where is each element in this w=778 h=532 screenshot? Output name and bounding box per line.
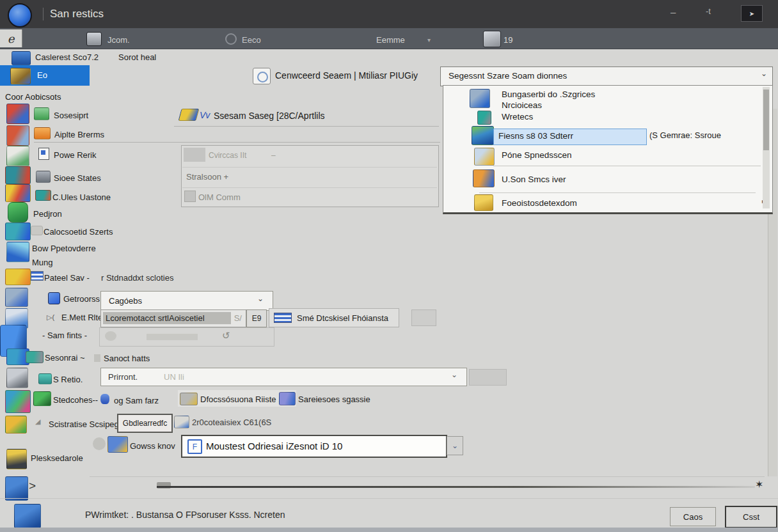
dropdown-title: Segessnt Szare Soam dionnes [449,71,567,81]
master-dropdown-button[interactable]: ⌄ [447,436,463,455]
selected-nav-label: Eo [37,70,47,80]
sidebar-item[interactable]: C.Ules Uastone [52,192,111,202]
toolbar-caret-icon[interactable]: ▾ [427,36,431,43]
sidebar-item[interactable]: Aiplte Brerms [54,130,104,139]
toolbar-item-19[interactable]: 19 [504,35,512,45]
maximize-button[interactable]: -t [706,6,711,16]
toolbar-item-eeco[interactable]: Eeco [242,35,261,45]
dropdown-item[interactable]: Wretecs [502,112,533,121]
rail-app-icon-5[interactable] [5,184,31,202]
hscrollbar-track[interactable] [157,486,755,488]
master-id-input[interactable]: F Moustest Odriesai iZesnot iD 10 [181,435,447,458]
dropdown-scrollbar-thumb[interactable] [763,90,769,150]
gows-label: Gowss knov [130,441,175,451]
rail-app-icon-16[interactable] [5,416,27,434]
series-icon [279,392,296,405]
folder-icon[interactable] [12,51,31,65]
faint-circle-icon [105,331,116,341]
dropdown-item[interactable]: Foeoistosdetexdom [502,198,577,208]
sidebar-item[interactable]: Plesksedarole [31,453,83,463]
counter-tool-icon[interactable] [483,31,501,47]
dropdown-item-line2[interactable]: Nrcioiceas [502,100,542,110]
share-button[interactable]: Smé Dtcskisel Fhóiansta [269,308,399,327]
sidebar-item[interactable]: Sesonrai ~ [45,353,85,363]
sidebar-item[interactable]: S Retio. [53,375,83,384]
window-tool-icon[interactable] [86,32,102,46]
rail-app-icon-6[interactable] [8,202,28,223]
standard-label: r Stdnaddxt scloties [101,273,173,283]
group-row1-dash: – [271,151,276,160]
dropdown-item[interactable]: Bungaserbi do .Szgrices [502,90,595,99]
sidebar-item[interactable]: E.Mett Rlte [61,313,102,322]
sidebar-item[interactable]: Pedjron [33,209,62,219]
titlebar [0,0,778,28]
group-row2-label[interactable]: Stralsoon + [186,172,228,182]
system-label: Ssesam Saseg [28C/Aprtlils [214,111,325,121]
sidebar-item[interactable]: Pateel Sav - [44,273,90,283]
rail-app-icon-2[interactable] [6,125,29,146]
sam-option-label[interactable]: og Sam farz [114,396,159,405]
selected-item-annotation: (S Gemrae: Ssroue [649,130,721,140]
category-combobox[interactable]: Cagóebs ⌄ [100,291,273,311]
usb-drive-icon [473,169,495,187]
nav-row1-label[interactable]: Caslerest Sco7.2 [35,52,99,62]
nav-row1-label2[interactable]: Sorot heal [118,52,156,62]
category-value: Cagóebs [109,296,142,306]
rail-app-icon-1[interactable] [6,104,29,124]
dropdown-item-selected[interactable]: Fiesns s8 03 Sdterr [493,129,647,145]
rail-app-icon-10[interactable] [5,288,28,307]
close-button[interactable]: ➤ [741,5,763,22]
sidebar-item[interactable]: Sioee States [54,173,101,183]
group-row3-label[interactable]: OlM Comm [198,192,241,202]
expand-chevron-icon[interactable]: ▷( [47,313,54,322]
reload-icon[interactable]: ↺ [222,330,230,341]
e9-button[interactable]: E9 [246,309,267,327]
record-tool-icon[interactable] [225,33,237,45]
sidebar-item[interactable]: Getroorss [63,294,100,304]
expand-chevron[interactable]: > [29,479,36,493]
back-button[interactable]: e [0,29,22,47]
toolbar-item-eemme[interactable]: Eemme [376,35,405,45]
sidebar-item[interactable]: Mung [32,258,53,267]
print-input[interactable]: Prirront. UN Ili ⌄ [100,368,467,386]
list-lines-icon [31,271,44,281]
cancel-button[interactable]: Caos [670,507,716,526]
rail-app-icon-18[interactable] [5,476,28,501]
stripes-icon [274,313,292,323]
rail-app-icon-7[interactable] [5,223,31,240]
account-input[interactable]: Lcoremotacct srtlAoiscetiel S/ [100,309,246,327]
print-side-box[interactable] [469,369,507,386]
scope-button[interactable]: Gbdlearredfc [117,414,173,433]
sidebar-item[interactable]: Stedcohes-- [53,395,98,405]
gear-faint-icon [93,437,106,450]
sidebar-item[interactable]: Bow Ppetovderre [32,244,96,253]
rail-app-icon-3[interactable] [6,146,29,166]
divider [34,142,440,143]
series-option-label[interactable]: Sareiesoes sgassie [298,395,370,404]
toolbar-item-jcom[interactable]: Jcom. [107,35,130,45]
group-row1-label: Cvirccas IIt [209,151,246,160]
ok-button[interactable]: Csst [725,506,777,528]
dropdown-item[interactable]: U.Son Smcs iver [502,175,566,184]
dropdown-item[interactable]: Póne Spnedsscen [502,150,572,160]
dropdown-header[interactable]: Segessnt Szare Soam dionnes ⌄ [440,66,773,86]
sidebar-item[interactable]: - Sam fints - [42,331,87,340]
rail-app-icon-15[interactable] [5,390,31,413]
app-window: San restics – -t ➤ e Jcom. Eeco Eemme ▾ … [0,0,778,532]
rail-app-icon-14[interactable] [6,368,28,388]
sidebar-item[interactable]: Scistratise Scsipeg [49,419,119,429]
header-row-label: Cenwceerd Seaem | Mtiliasr PIUGiy [275,70,418,81]
locked-folder-icon [474,148,495,166]
rail-app-icon-9[interactable] [5,269,31,285]
prof-option-label[interactable]: Dfocssósuona Riiste . [200,395,281,404]
rail-app-icon-17[interactable] [6,449,27,469]
minimize-button[interactable]: – [671,6,676,17]
sidebar-item[interactable]: Calocsoetid Szerts [44,227,113,237]
sidebar-item[interactable]: Powe Rerik [54,150,96,160]
blank-button[interactable] [411,309,436,326]
rail-app-icon-8[interactable] [6,242,29,262]
sidebar-item[interactable]: Sosesiprt [54,111,88,120]
rail-app-icon-4[interactable] [5,166,31,184]
status-cube-icon [14,504,41,528]
selected-item-label: Fiesns s8 03 Sdterr [498,131,573,141]
